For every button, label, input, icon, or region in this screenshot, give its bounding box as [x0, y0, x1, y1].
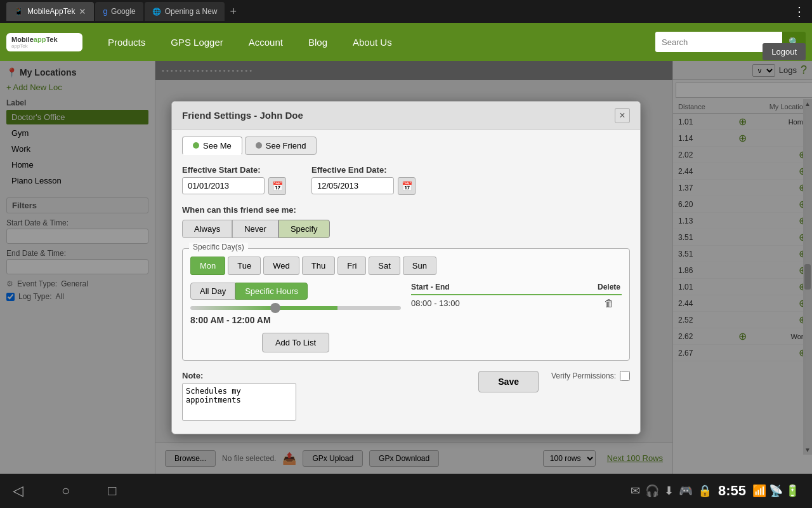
end-date-field: 📅	[311, 177, 416, 195]
tab-label-opening: Opening a New	[165, 7, 218, 16]
wifi-icon: 📶	[752, 484, 766, 498]
start-date-cal-icon[interactable]: 📅	[268, 177, 286, 195]
headphone-icon: 🎧	[645, 484, 659, 498]
nav-account[interactable]: Account	[236, 32, 296, 53]
nav-products[interactable]: Products	[95, 32, 158, 53]
th-delete: Delete	[596, 283, 622, 291]
start-date-group: Effective Start Date: 📅	[182, 165, 286, 195]
delete-time-icon[interactable]: 🗑	[604, 298, 614, 309]
time-display: 8:00 AM - 12:00 AM	[190, 315, 401, 325]
add-to-list-area: Add To List	[190, 333, 401, 352]
see-me-label: See Me	[203, 141, 232, 150]
start-date-input[interactable]	[182, 177, 265, 194]
modal-title: Friend Settings - John Doe	[182, 110, 303, 121]
start-date-field: 📅	[182, 177, 286, 195]
time-slider[interactable]	[190, 306, 401, 310]
nav-blog[interactable]: Blog	[296, 32, 340, 53]
tab-see-friend[interactable]: See Friend	[245, 137, 317, 155]
modal-header: Friend Settings - John Doe ×	[172, 102, 640, 130]
save-button[interactable]: Save	[478, 371, 539, 392]
add-to-list-button[interactable]: Add To List	[262, 333, 329, 352]
logo: MobileappTek appTek	[6, 33, 82, 51]
time-table: Start - End Delete 08:00 - 13:00 🗑	[411, 283, 622, 352]
modal-tabs: See Me See Friend	[172, 130, 640, 155]
modal-body: Effective Start Date: 📅 Effective End Da…	[172, 155, 640, 434]
status-icons: ✉ 🎧 ⬇ 🎮 🔒	[631, 484, 712, 498]
note-save-row: Note: Schedules my appointments Save Ver…	[182, 371, 630, 424]
vis-always-button[interactable]: Always	[182, 220, 232, 238]
tab-see-me[interactable]: See Me	[182, 137, 242, 155]
vis-specify-button[interactable]: Specify	[278, 220, 330, 238]
vis-never-button[interactable]: Never	[232, 220, 278, 238]
verify-row: Verify Permissions:	[551, 371, 630, 381]
logo-tagline: appTek	[11, 43, 58, 49]
content-area: 📍 My Locations + Add New Loc Label Docto…	[0, 61, 812, 474]
date-row: Effective Start Date: 📅 Effective End Da…	[182, 165, 630, 195]
modal-overlay: Friend Settings - John Doe × See Me See …	[0, 61, 812, 474]
download-icon: ⬇	[664, 484, 674, 498]
battery-icon: 🔋	[785, 484, 799, 498]
home-button[interactable]: ○	[62, 483, 70, 499]
nav-bar: MobileappTek appTek Products GPS Logger …	[0, 23, 812, 61]
hour-type-buttons: All Day Specific Hours	[190, 283, 401, 300]
lock-icon: 🔒	[698, 484, 712, 498]
nav-gps-logger[interactable]: GPS Logger	[158, 32, 236, 53]
android-top-bar: 📱 MobileAppTek ✕ g Google 🌐 Opening a Ne…	[0, 0, 812, 23]
note-label: Note:	[182, 371, 466, 380]
android-menu-icon[interactable]: ⋮	[793, 4, 806, 19]
friend-settings-modal: Friend Settings - John Doe × See Me See …	[171, 101, 641, 434]
day-mon[interactable]: Mon	[190, 257, 225, 275]
verify-checkbox[interactable]	[620, 371, 630, 381]
nav-links: Products GPS Logger Account Blog About U…	[95, 32, 655, 53]
day-tue[interactable]: Tue	[228, 257, 261, 275]
tab-opening[interactable]: 🌐 Opening a New	[145, 2, 225, 21]
specific-days-label: Specific Day(s)	[189, 243, 248, 251]
android-nav-buttons: ◁ ○ □	[13, 483, 117, 499]
day-thu[interactable]: Thu	[302, 257, 335, 275]
see-friend-dot	[256, 142, 262, 149]
verify-label: Verify Permissions:	[551, 371, 616, 380]
signal-icon: 📡	[769, 484, 783, 498]
logout-button[interactable]: Logout	[763, 43, 806, 60]
logo-text: MobileappTek	[11, 36, 58, 43]
tab-label-google: Google	[111, 7, 136, 16]
day-fri[interactable]: Fri	[337, 257, 366, 275]
see-me-dot	[193, 142, 199, 149]
time-table-header: Start - End Delete	[411, 283, 622, 295]
android-status: ✉ 🎧 ⬇ 🎮 🔒 8:55 📶 📡 🔋	[631, 483, 799, 499]
signal-icons: 📶 📡 🔋	[752, 484, 799, 498]
tab-label: MobileAppTek	[27, 7, 75, 16]
th-start-end: Start - End	[411, 283, 596, 291]
time-slider-row	[190, 306, 401, 310]
hour-config: All Day Specific Hours 8:00 AM - 12:00 A…	[190, 283, 401, 352]
nav-about[interactable]: About Us	[340, 32, 405, 53]
hour-specific[interactable]: Specific Hours	[235, 283, 308, 300]
when-label: When can this friend see me:	[182, 205, 630, 215]
end-date-label: Effective End Date:	[311, 165, 416, 175]
day-sat[interactable]: Sat	[369, 257, 400, 275]
mail-icon: ✉	[631, 484, 640, 498]
tab-add-button[interactable]: +	[230, 5, 237, 18]
hour-allday[interactable]: All Day	[190, 283, 235, 300]
modal-close-button[interactable]: ×	[615, 108, 630, 123]
time-config-area: All Day Specific Hours 8:00 AM - 12:00 A…	[190, 283, 622, 352]
tab-bar: 📱 MobileAppTek ✕ g Google 🌐 Opening a Ne…	[6, 2, 793, 21]
tab-google[interactable]: g Google	[95, 2, 143, 21]
tab-mobileapptek[interactable]: 📱 MobileAppTek ✕	[6, 2, 94, 21]
back-button[interactable]: ◁	[13, 483, 23, 499]
day-sun[interactable]: Sun	[403, 257, 436, 275]
start-date-label: Effective Start Date:	[182, 165, 286, 175]
note-textarea[interactable]: Schedules my appointments	[182, 383, 296, 421]
day-buttons: Mon Tue Wed Thu Fri Sat Sun	[190, 257, 622, 275]
save-section: Save	[478, 371, 539, 392]
recent-button[interactable]: □	[108, 483, 116, 499]
end-date-cal-icon[interactable]: 📅	[398, 177, 416, 195]
tab-icon-opening: 🌐	[152, 8, 161, 16]
gamepad-icon: 🎮	[679, 484, 693, 498]
day-wed[interactable]: Wed	[263, 257, 299, 275]
td-del-0: 🗑	[596, 298, 622, 309]
visibility-buttons: Always Never Specify	[182, 220, 630, 238]
tab-close-icon[interactable]: ✕	[79, 6, 86, 17]
end-date-input[interactable]	[311, 177, 394, 194]
clock: 8:55	[718, 483, 746, 499]
